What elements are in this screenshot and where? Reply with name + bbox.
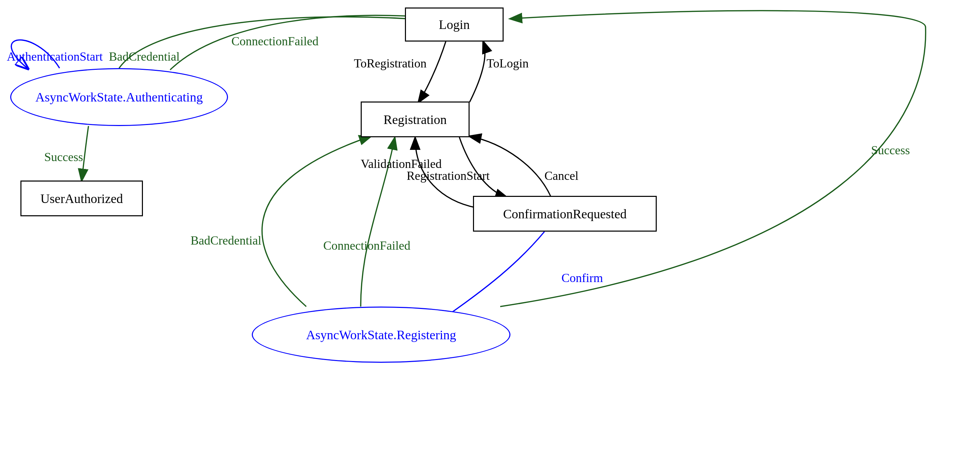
async-auth-label: AsyncWorkState.Authenticating xyxy=(35,89,203,105)
user-authorized-label: UserAuthorized xyxy=(40,191,123,206)
bad-cred-1-label: BadCredential xyxy=(109,50,180,64)
success-2-label: Success xyxy=(871,143,910,157)
login-label: Login xyxy=(439,17,470,32)
to-registration-label: ToRegistration xyxy=(354,56,426,70)
auth-start-label: AuthenticationStart xyxy=(7,50,103,64)
login-node: Login xyxy=(405,8,504,42)
to-login-label: ToLogin xyxy=(487,56,528,70)
async-registering-label: AsyncWorkState.Registering xyxy=(306,327,456,342)
user-authorized-node: UserAuthorized xyxy=(21,180,143,216)
cancel-label: Cancel xyxy=(544,169,579,183)
async-registering-node: AsyncWorkState.Registering xyxy=(252,307,511,363)
async-auth-node: AsyncWorkState.Authenticating xyxy=(10,68,228,126)
registration-label: Registration xyxy=(383,112,447,127)
conn-failed-1-label: ConnectionFailed xyxy=(231,34,318,48)
registration-start-label: RegistrationStart xyxy=(407,169,490,183)
success-1-label: Success xyxy=(44,150,83,164)
confirm-label: Confirm xyxy=(562,271,603,285)
confirmation-requested-node: ConfirmationRequested xyxy=(473,196,657,232)
confirmation-requested-label: ConfirmationRequested xyxy=(503,206,627,221)
diagram-container: Login AsyncWorkState.Authenticating User… xyxy=(0,0,980,468)
registration-node: Registration xyxy=(361,102,469,137)
conn-failed-2-label: ConnectionFailed xyxy=(323,238,410,253)
bad-cred-2-label: BadCredential xyxy=(191,233,261,248)
